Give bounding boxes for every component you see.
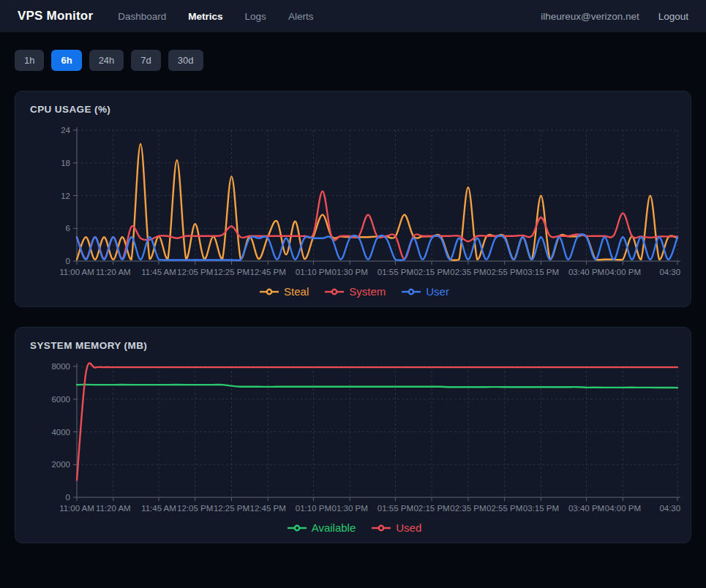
x-tick-label: 02:35 PM bbox=[450, 268, 486, 276]
legend-label: System bbox=[349, 285, 386, 298]
nav-item-metrics[interactable]: Metrics bbox=[188, 11, 222, 22]
x-tick-label: 04:30 PM bbox=[659, 268, 682, 276]
system-memory-chart[interactable]: 0200040006000800011:00 AM11:20 AM11:45 A… bbox=[29, 361, 680, 516]
x-tick-label: 01:30 PM bbox=[332, 504, 368, 513]
time-range-24h[interactable]: 24h bbox=[89, 50, 124, 71]
system-memory-card: SYSTEM MEMORY (MB) 0200040006000800011:0… bbox=[15, 327, 691, 543]
user-email: ilheureux@verizon.net bbox=[541, 11, 639, 22]
x-tick-label: 01:55 PM bbox=[378, 268, 413, 276]
x-tick-label: 12:25 PM bbox=[214, 504, 249, 513]
x-tick-label: 04:00 PM bbox=[605, 504, 641, 513]
legend-label: Steal bbox=[284, 285, 309, 298]
x-tick-label: 11:45 AM bbox=[141, 268, 176, 276]
x-tick-label: 02:15 PM bbox=[413, 268, 449, 276]
nav-item-alerts[interactable]: Alerts bbox=[288, 11, 314, 22]
time-range-group: 1h 6h 24h 7d 30d bbox=[15, 50, 706, 71]
y-tick-label: 0 bbox=[66, 493, 70, 502]
legend-marker-icon bbox=[372, 524, 391, 532]
legend-label: Available bbox=[312, 521, 356, 534]
x-tick-label: 02:35 PM bbox=[450, 504, 486, 513]
x-tick-label: 03:40 PM bbox=[568, 268, 604, 276]
x-tick-label: 01:10 PM bbox=[296, 504, 331, 513]
nav-item-logs[interactable]: Logs bbox=[245, 11, 266, 22]
x-tick-label: 12:05 PM bbox=[177, 504, 213, 513]
x-tick-label: 01:30 PM bbox=[332, 268, 368, 276]
cpu-usage-card: CPU USAGE (%) 0612182411:00 AM11:20 AM11… bbox=[15, 91, 691, 307]
x-tick-label: 04:30 PM bbox=[659, 504, 682, 513]
cpu-chart-legend: StealSystemUser bbox=[29, 285, 680, 298]
time-range-30d[interactable]: 30d bbox=[168, 50, 203, 71]
memory-chart-title: SYSTEM MEMORY (MB) bbox=[30, 340, 680, 351]
x-tick-label: 01:55 PM bbox=[378, 504, 413, 513]
cpu-usage-chart[interactable]: 0612182411:00 AM11:20 AM11:45 AM12:05 PM… bbox=[29, 125, 680, 280]
x-tick-label: 11:45 AM bbox=[141, 504, 176, 513]
x-tick-label: 11:20 AM bbox=[96, 268, 131, 276]
x-tick-label: 12:25 PM bbox=[214, 268, 249, 276]
series-line-used bbox=[77, 363, 677, 480]
legend-item-system[interactable]: System bbox=[325, 285, 386, 298]
x-tick-label: 11:20 AM bbox=[96, 504, 131, 513]
legend-item-available[interactable]: Available bbox=[288, 521, 356, 534]
x-tick-label: 03:15 PM bbox=[523, 268, 559, 276]
series-line-user bbox=[77, 234, 677, 260]
x-tick-label: 03:40 PM bbox=[568, 504, 604, 513]
series-line-available bbox=[77, 385, 677, 388]
legend-item-steal[interactable]: Steal bbox=[260, 285, 309, 298]
x-tick-label: 02:55 PM bbox=[487, 268, 522, 276]
nav-item-dashboard[interactable]: Dashboard bbox=[118, 11, 166, 22]
y-tick-label: 8000 bbox=[51, 362, 70, 371]
x-tick-label: 12:45 PM bbox=[250, 268, 286, 276]
legend-marker-icon bbox=[260, 288, 279, 295]
y-tick-label: 18 bbox=[61, 159, 70, 167]
cpu-chart-title: CPU USAGE (%) bbox=[30, 104, 680, 115]
y-tick-label: 6 bbox=[66, 224, 70, 233]
legend-item-used[interactable]: Used bbox=[372, 521, 421, 534]
memory-chart-legend: AvailableUsed bbox=[29, 521, 680, 534]
x-tick-label: 11:00 AM bbox=[59, 504, 94, 513]
y-tick-label: 2000 bbox=[51, 460, 70, 469]
legend-marker-icon bbox=[288, 524, 307, 532]
top-nav: VPS Monitor Dashboard Metrics Logs Alert… bbox=[0, 0, 706, 32]
x-tick-label: 02:15 PM bbox=[413, 504, 449, 513]
chart-svg: 0200040006000800011:00 AM11:20 AM11:45 A… bbox=[29, 361, 682, 516]
time-range-7d[interactable]: 7d bbox=[131, 50, 160, 71]
legend-label: User bbox=[426, 285, 449, 298]
x-tick-label: 12:05 PM bbox=[177, 268, 213, 276]
chart-svg: 0612182411:00 AM11:20 AM11:45 AM12:05 PM… bbox=[29, 125, 682, 280]
y-tick-label: 24 bbox=[61, 126, 70, 135]
time-range-6h[interactable]: 6h bbox=[51, 50, 81, 71]
y-tick-label: 6000 bbox=[51, 395, 70, 404]
y-tick-label: 4000 bbox=[51, 428, 70, 437]
y-tick-label: 0 bbox=[66, 257, 70, 265]
series-line-system bbox=[77, 191, 677, 259]
legend-label: Used bbox=[396, 521, 421, 534]
x-tick-label: 01:10 PM bbox=[296, 268, 331, 276]
x-tick-label: 04:00 PM bbox=[605, 268, 641, 276]
x-tick-label: 11:00 AM bbox=[59, 268, 94, 276]
time-range-1h[interactable]: 1h bbox=[15, 50, 44, 71]
app-title: VPS Monitor bbox=[18, 9, 93, 23]
y-tick-label: 12 bbox=[61, 192, 70, 200]
x-tick-label: 02:55 PM bbox=[487, 504, 522, 513]
x-tick-label: 12:45 PM bbox=[250, 504, 286, 513]
legend-marker-icon bbox=[325, 288, 344, 295]
x-tick-label: 03:15 PM bbox=[523, 504, 559, 513]
series-line-steal bbox=[77, 144, 677, 260]
legend-marker-icon bbox=[402, 288, 421, 295]
legend-item-user[interactable]: User bbox=[402, 285, 449, 298]
logout-button[interactable]: Logout bbox=[658, 11, 688, 22]
